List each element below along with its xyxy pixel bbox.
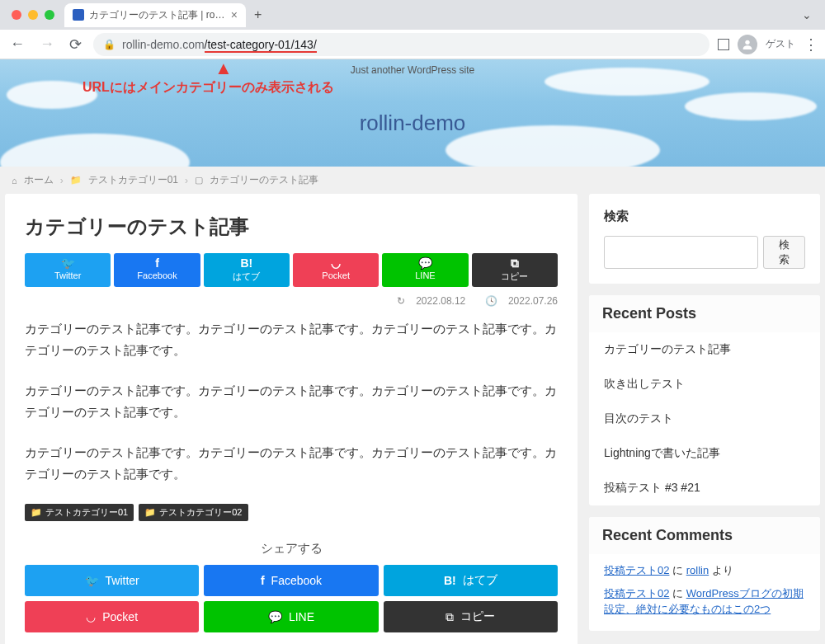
share-copy-button[interactable]: ⧉コピー [384,601,558,632]
window-controls [12,10,54,20]
recent-comment-item: 投稿テスト02 に rollin より [589,554,820,584]
tab-close-icon[interactable]: × [231,8,238,21]
pocket-icon: ◡ [331,257,341,269]
folder-icon: 📁 [144,507,156,518]
lock-icon: 🔒 [103,39,116,50]
annotation-text: URLにはメインカテゴリーのみ表示される [82,79,334,96]
twitter-icon: 🐦 [61,257,75,269]
share-line-button[interactable]: 💬LINE [382,253,468,287]
facebook-icon: f [261,574,265,587]
recent-post-item[interactable]: カテゴリーのテスト記事 [589,332,820,367]
reload-button[interactable]: ⟳ [66,34,85,55]
page-icon: ▢ [195,175,203,186]
folder-icon: 📁 [70,175,82,186]
annotation-arrow-icon: ▲ [214,59,334,78]
copy-icon: ⧉ [511,257,519,269]
share-buttons-bottom: 🐦Twitter fFacebook B!はてブ ◡Pocket 💬LINE ⧉… [25,565,558,632]
svg-point-0 [745,40,749,44]
share-facebook-button[interactable]: fFacebook [114,253,200,287]
paragraph: カテゴリーのテスト記事です。カテゴリーのテスト記事です。カテゴリーのテスト記事で… [25,380,558,422]
article-title: カテゴリーのテスト記事 [25,214,558,240]
profile-label: ゲスト [766,37,795,51]
category-tags: 📁テストカテゴリー01 📁テストカテゴリー02 [25,504,558,521]
breadcrumb-category[interactable]: テストカテゴリー01 [88,173,178,187]
recent-posts-widget: Recent Posts カテゴリーのテスト記事 吹き出しテスト 目次のテスト … [589,295,820,505]
breadcrumb-current: カテゴリーのテスト記事 [210,173,318,187]
hatena-icon: B! [240,257,252,269]
browser-chrome: カテゴリーのテスト記事 | rollin-d × + ⌄ ← → ⟳ 🔒 rol… [0,0,825,59]
recent-post-item[interactable]: 目次のテスト [589,402,820,436]
tab-title: カテゴリーのテスト記事 | rollin-d [89,8,226,22]
recent-post-item[interactable]: Lightningで書いた記事 [589,436,820,471]
clock-icon: 🕓 [485,295,497,307]
hatena-icon: B! [444,574,456,587]
article-dates: ↻ 2022.08.12 🕓 2022.07.26 [25,295,558,307]
sidebar: 検索 検索 Recent Posts カテゴリーのテスト記事 吹き出しテスト 目… [589,194,820,644]
breadcrumb: ⌂ ホーム › 📁 テストカテゴリー01 › ▢ カテゴリーのテスト記事 [0,167,825,194]
recent-post-item[interactable]: 投稿テスト #3 #21 [589,471,820,505]
tab-favicon-icon [73,9,84,21]
share-buttons-top: 🐦Twitter fFacebook B!はてブ ◡Pocket 💬LINE ⧉… [25,253,558,287]
share-twitter-button[interactable]: 🐦Twitter [25,565,199,596]
article-body: カテゴリーのテスト記事です。カテゴリーのテスト記事です。カテゴリーのテスト記事で… [25,318,558,484]
twitter-icon: 🐦 [85,574,99,587]
main-content: カテゴリーのテスト記事 🐦Twitter fFacebook B!はてブ ◡Po… [5,194,578,644]
window-minimize-button[interactable] [28,10,38,20]
address-bar: ← → ⟳ 🔒 rollin-demo.com/test-category-01… [0,30,825,59]
search-button[interactable]: 検索 [763,236,805,269]
recent-comment-item: 投稿テスト02 に WordPressブログの初期設定、絶対に必要なものはこの2… [589,584,820,623]
share-twitter-button[interactable]: 🐦Twitter [25,253,111,287]
share-hatena-button[interactable]: B!はてブ [204,253,290,287]
copy-icon: ⧉ [446,610,454,624]
reader-mode-icon[interactable] [718,39,729,50]
folder-icon: 📁 [31,507,42,518]
back-button[interactable]: ← [7,34,28,54]
share-pocket-button[interactable]: ◡Pocket [293,253,379,287]
annotation: ▲ URLにはメインカテゴリーのみ表示される [82,59,334,96]
facebook-icon: f [155,257,159,269]
comment-author-link[interactable]: rollin [686,564,709,576]
browser-tab[interactable]: カテゴリーのテスト記事 | rollin-d × [64,3,246,27]
share-copy-button[interactable]: ⧉コピー [472,253,558,287]
publish-date: 2022.07.26 [508,295,558,307]
profile-avatar-icon[interactable] [738,35,757,54]
url-text: rollin-demo.com/test-category-01/143/ [122,38,317,51]
window-maximize-button[interactable] [45,10,54,20]
recent-comments-widget: Recent Comments 投稿テスト02 に rollin より 投稿テス… [589,517,820,631]
share-facebook-button[interactable]: fFacebook [204,565,378,596]
recent-posts-title: Recent Posts [589,295,820,332]
pocket-icon: ◡ [86,610,96,623]
new-tab-button[interactable]: + [254,7,262,22]
share-pocket-button[interactable]: ◡Pocket [25,601,199,632]
line-icon: 💬 [418,257,432,269]
paragraph: カテゴリーのテスト記事です。カテゴリーのテスト記事です。カテゴリーのテスト記事で… [25,442,558,484]
breadcrumb-home[interactable]: ホーム [24,173,54,187]
search-title: 検索 [604,209,805,224]
chevron-down-icon[interactable]: ⌄ [802,8,812,21]
search-widget: 検索 検索 [589,194,820,284]
window-close-button[interactable] [12,10,21,20]
site-title[interactable]: rollin-demo [0,110,825,136]
category-tag[interactable]: 📁テストカテゴリー02 [139,504,248,521]
recent-comments-title: Recent Comments [589,517,820,554]
menu-icon[interactable]: ⋮ [804,35,818,54]
comment-post-link[interactable]: 投稿テスト02 [604,564,669,576]
share-heading: シェアする [25,541,558,557]
category-tag[interactable]: 📁テストカテゴリー01 [25,504,134,521]
updated-date: 2022.08.12 [416,295,465,307]
url-input[interactable]: 🔒 rollin-demo.com/test-category-01/143/ [93,33,710,56]
search-input[interactable] [604,236,758,269]
updated-icon: ↻ [397,295,405,307]
line-icon: 💬 [268,610,282,623]
tab-bar: カテゴリーのテスト記事 | rollin-d × + ⌄ [0,0,825,30]
share-line-button[interactable]: 💬LINE [204,601,378,632]
paragraph: カテゴリーのテスト記事です。カテゴリーのテスト記事です。カテゴリーのテスト記事で… [25,318,558,360]
home-icon: ⌂ [12,176,17,186]
forward-button[interactable]: → [36,34,58,54]
recent-post-item[interactable]: 吹き出しテスト [589,367,820,402]
comment-post-link[interactable]: 投稿テスト02 [604,587,669,599]
share-hatena-button[interactable]: B!はてブ [384,565,558,596]
